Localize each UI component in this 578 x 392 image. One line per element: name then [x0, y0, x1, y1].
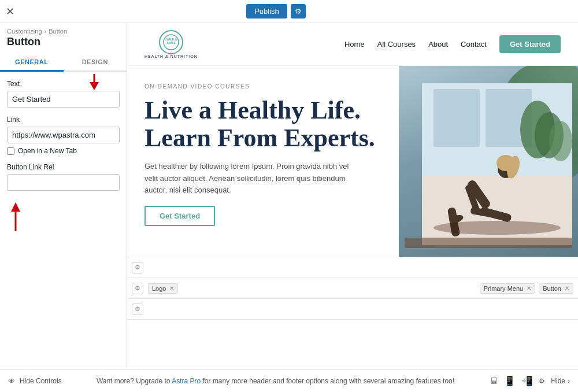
breadcrumb-separator: › — [45, 28, 47, 35]
new-tab-row: Open in a New Tab — [7, 147, 120, 155]
button-link-rel-input[interactable] — [7, 174, 120, 191]
hero-title: Live a Healthy Life. Learn From Experts. — [144, 97, 381, 153]
breadcrumb-customizing[interactable]: Customizing — [7, 28, 42, 35]
builder-row-1: ⚙ — [127, 257, 578, 278]
chevron-right-icon: › — [568, 377, 570, 385]
hide-label: Hide — [551, 377, 565, 385]
bottom-left: 👁 Hide Controls — [8, 377, 62, 385]
builder-rows: ⚙ ⚙ Logo ✕ Primary Menu ✕ B — [127, 257, 578, 320]
hero-img-placeholder — [399, 66, 578, 257]
row-1-gear[interactable]: ⚙ — [132, 262, 143, 273]
astra-pro-link[interactable]: Astra Pro — [172, 377, 201, 385]
tab-general[interactable]: GENERAL — [0, 54, 64, 72]
left-panel: Customizing › Button Button GENERAL DESI… — [0, 23, 127, 369]
nav-all-courses[interactable]: All Courses — [377, 40, 416, 49]
upgrade-text: Want more? Upgrade to — [97, 377, 172, 385]
breadcrumb-button[interactable]: Button — [49, 28, 67, 35]
eye-icon: 👁 — [8, 377, 15, 385]
logo-tag-label: Logo — [152, 285, 166, 292]
text-field-group: Text — [7, 80, 120, 108]
nav-about[interactable]: About — [428, 40, 448, 49]
hero-label: ON-DEMAND VIDEO COURSES — [144, 83, 381, 90]
desktop-view-button[interactable]: 🖥 — [489, 376, 498, 386]
settings-button[interactable]: ⚙ — [291, 4, 306, 19]
logo-tag-close[interactable]: ✕ — [169, 285, 174, 291]
bottom-center: Want more? Upgrade to Astra Pro for many… — [62, 377, 490, 385]
svg-rect-9 — [433, 89, 480, 147]
panel-title: Button — [7, 36, 120, 48]
logo-sub: HEALTH & NUTRITION — [144, 54, 198, 58]
new-tab-checkbox[interactable] — [7, 147, 14, 155]
logo-circle: JAMIE & ANNIE — [159, 30, 183, 54]
nav-cta-button[interactable]: Get Started — [499, 35, 561, 53]
builder-row-3: ⚙ — [127, 299, 578, 320]
yoga-figure — [422, 83, 572, 245]
svg-point-13 — [549, 121, 572, 161]
tablet-view-button[interactable]: 📱 — [504, 375, 516, 386]
row-2-right: Primary Menu ✕ Button ✕ — [480, 283, 573, 294]
nav-home[interactable]: Home — [344, 40, 365, 49]
row-3-gear[interactable]: ⚙ — [132, 304, 143, 315]
row-2-content: Logo ✕ — [148, 283, 475, 294]
hero-content: ON-DEMAND VIDEO COURSES Live a Healthy L… — [127, 66, 399, 257]
main-layout: Customizing › Button Button GENERAL DESI… — [0, 23, 578, 369]
text-input[interactable] — [7, 91, 120, 108]
button-tag-close[interactable]: ✕ — [565, 285, 569, 291]
button-link-rel-label: Button Link Rel — [7, 163, 120, 171]
hero-description: Get healthier by following lorem Ipsum. … — [144, 161, 364, 197]
svg-text:ANNIE: ANNIE — [166, 41, 176, 45]
nav-contact[interactable]: Contact — [461, 40, 487, 49]
nav-links: Home All Courses About Contact Get Start… — [344, 35, 561, 53]
link-input[interactable] — [7, 127, 120, 143]
panel-body: Text Link Open in a New Tab Button Link … — [0, 72, 127, 369]
site-logo: JAMIE & ANNIE HEALTH & NUTRITION — [144, 30, 198, 58]
arrow-annotation-up — [7, 202, 120, 231]
hide-button[interactable]: Hide › — [551, 377, 570, 385]
top-bar-center: Publish ⚙ — [246, 4, 306, 19]
button-link-rel-group: Button Link Rel — [7, 163, 120, 191]
builder-row-2: ⚙ Logo ✕ Primary Menu ✕ Button ✕ — [127, 278, 578, 299]
row-2-gear[interactable]: ⚙ — [132, 283, 143, 294]
top-bar: ✕ Publish ⚙ — [0, 0, 578, 23]
publish-button[interactable]: Publish — [246, 4, 287, 19]
bottom-bar: 👁 Hide Controls Want more? Upgrade to As… — [0, 369, 578, 392]
close-button[interactable]: ✕ — [6, 6, 14, 17]
tab-design[interactable]: DESIGN — [64, 54, 127, 72]
button-tag: Button ✕ — [539, 283, 573, 294]
text-label: Text — [7, 80, 120, 88]
panel-tabs: GENERAL DESIGN — [0, 54, 127, 72]
primary-menu-tag-label: Primary Menu — [484, 285, 523, 292]
hero-cta-button[interactable]: Get Started — [144, 206, 215, 226]
breadcrumb: Customizing › Button — [7, 28, 120, 35]
logo-tag: Logo ✕ — [148, 283, 178, 294]
button-tag-label: Button — [543, 285, 561, 292]
hero-section: ON-DEMAND VIDEO COURSES Live a Healthy L… — [127, 66, 578, 257]
primary-menu-tag: Primary Menu ✕ — [480, 283, 535, 294]
panel-header: Customizing › Button Button — [0, 23, 127, 50]
yoga-mat — [405, 238, 572, 248]
hero-image — [399, 66, 578, 257]
svg-marker-3 — [11, 202, 20, 212]
upgrade-suffix: for many more header and footer options … — [201, 377, 454, 385]
link-label: Link — [7, 116, 120, 124]
hide-controls-button[interactable]: Hide Controls — [20, 377, 62, 385]
gear-icon: ⚙ — [539, 377, 545, 385]
top-bar-left: ✕ — [6, 6, 14, 17]
link-field-group: Link Open in a New Tab — [7, 116, 120, 155]
new-tab-label: Open in a New Tab — [18, 147, 77, 155]
bottom-right: 🖥 📱 📲 ⚙ Hide › — [489, 375, 570, 386]
preview-area: JAMIE & ANNIE HEALTH & NUTRITION Home Al… — [127, 23, 578, 369]
site-nav: JAMIE & ANNIE HEALTH & NUTRITION Home Al… — [127, 23, 578, 66]
primary-menu-tag-close[interactable]: ✕ — [527, 285, 531, 291]
mobile-view-button[interactable]: 📲 — [521, 375, 533, 386]
